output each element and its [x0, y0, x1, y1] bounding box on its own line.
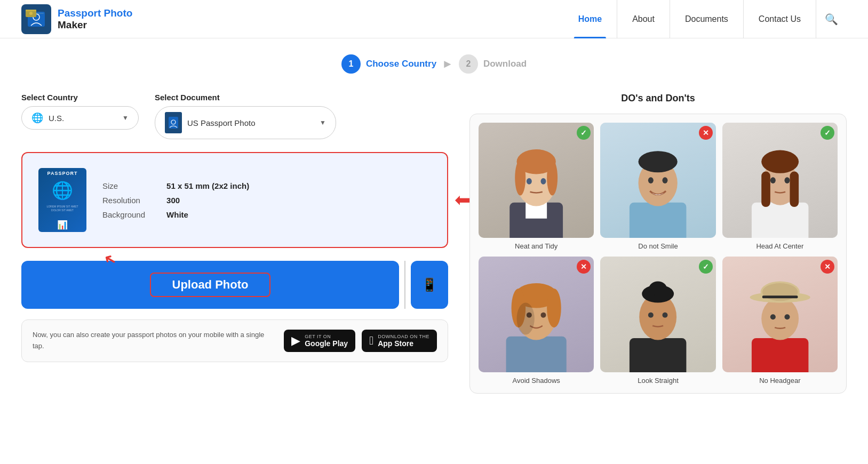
step-1: 1 Choose Country	[341, 54, 436, 74]
app-store-name: App Store	[378, 339, 429, 348]
country-select-group: Select Country 🌐 U.S. ▼	[21, 93, 139, 139]
svg-rect-22	[752, 203, 809, 238]
size-value: 51 x 51 mm (2x2 inch)	[166, 181, 249, 190]
country-dropdown[interactable]: 🌐 U.S. ▼	[21, 106, 139, 130]
passport-bottom-icon: 📊	[57, 220, 68, 230]
country-label: Select Country	[21, 93, 139, 102]
step2-circle: 2	[459, 54, 478, 74]
dos-donts-title: DO's and Don'ts	[469, 93, 847, 104]
svg-rect-6	[26, 10, 36, 11]
upload-area: ➜ Upload Photo 📱	[21, 261, 448, 309]
logo-icon	[21, 4, 51, 34]
logo-line1: Passport Photo	[58, 7, 132, 19]
svg-point-13	[515, 160, 525, 196]
logo-line2: Maker	[58, 19, 132, 31]
background-label: Background	[102, 210, 145, 219]
document-label: Select Document	[155, 93, 336, 102]
right-panel: DO's and Don'ts	[469, 93, 847, 394]
svg-point-42	[663, 313, 668, 318]
app-store-badge[interactable]:  Download on the App Store	[362, 330, 437, 352]
step1-label: Choose Country	[366, 59, 436, 69]
svg-rect-17	[630, 203, 687, 238]
photo-card-headgear: ✕ No Headgear	[722, 257, 838, 384]
photo-card-straight: ✓ Look Straight	[600, 257, 715, 384]
badge-no-smile: ✕	[699, 126, 713, 140]
step-2: 2 Download	[459, 54, 527, 74]
google-play-info: GET IT ON Google Play	[305, 334, 348, 348]
nav-contact[interactable]: Contact Us	[744, 0, 816, 38]
svg-point-40	[649, 282, 667, 296]
photo-label-smile: Do not Smile	[638, 242, 678, 250]
search-icon[interactable]: 🔍	[816, 13, 847, 26]
svg-rect-48	[762, 296, 798, 299]
size-label: Size	[102, 181, 145, 190]
photo-frame-smile: ✕	[600, 123, 715, 238]
svg-point-16	[540, 178, 546, 185]
store-badges: ▶ GET IT ON Google Play  Download on th…	[284, 330, 437, 352]
nav-home[interactable]: Home	[563, 0, 617, 38]
google-play-badge[interactable]: ▶ GET IT ON Google Play	[284, 330, 355, 352]
svg-point-15	[527, 178, 532, 185]
document-dropdown[interactable]: US Passport Photo ▼	[155, 106, 336, 139]
nav-documents[interactable]: Documents	[670, 0, 744, 38]
bottom-section: Now, you can also create your passport p…	[21, 319, 448, 362]
mobile-promo-text: Now, you can also create your passport p…	[33, 330, 273, 352]
upload-photo-button[interactable]: Upload Photo	[21, 261, 399, 309]
svg-point-33	[547, 289, 561, 327]
logo-text: Passport Photo Maker	[58, 7, 132, 31]
google-play-name: Google Play	[305, 339, 348, 348]
app-store-info: Download on the App Store	[378, 334, 429, 348]
chevron-down-icon: ▼	[122, 114, 129, 122]
svg-point-49	[770, 314, 776, 319]
resolution-label: Resolution	[102, 196, 145, 205]
info-box-arrow: ⬅	[455, 190, 471, 210]
photo-label-straight: Look Straight	[638, 377, 679, 385]
passport-lines: LOREM IPSUM SIT AMETDOLOR SIT AMET	[46, 205, 78, 212]
svg-point-5	[29, 12, 33, 15]
upload-separator	[404, 261, 405, 309]
upload-btn-label: Upload Photo	[150, 273, 271, 297]
background-value: White	[166, 210, 249, 219]
photo-card-neat-tidy: ✓ Neat and Tidy	[479, 123, 594, 250]
nav-about[interactable]: About	[617, 0, 670, 38]
photo-frame-straight: ✓	[600, 257, 715, 372]
svg-point-28	[784, 177, 790, 183]
svg-point-21	[663, 177, 668, 183]
svg-point-50	[784, 314, 790, 319]
photo-frame-center: ✓	[722, 123, 838, 238]
photo-label-headgear: No Headgear	[759, 377, 800, 385]
svg-rect-37	[630, 338, 687, 372]
step2-label: Download	[483, 59, 527, 69]
chevron-down-icon2: ▼	[320, 119, 326, 126]
resolution-value: 300	[166, 196, 249, 205]
photo-card-center: ✓ Head At Center	[722, 123, 838, 250]
apple-icon: 	[369, 334, 373, 348]
passport-image: PASSPORT 🌐 LOREM IPSUM SIT AMETDOLOR SIT…	[38, 168, 86, 232]
logo: Passport Photo Maker	[21, 4, 132, 34]
mobile-upload-button[interactable]: 📱	[411, 261, 448, 309]
google-play-get: GET IT ON	[305, 334, 348, 339]
left-panel: Select Country 🌐 U.S. ▼ Select Document	[21, 93, 448, 394]
main-nav: Home About Documents Contact Us 🔍	[563, 0, 847, 38]
dos-donts-row-1: ✓ Neat and Tidy	[479, 123, 838, 250]
document-icon	[165, 112, 182, 133]
step1-circle: 1	[341, 54, 361, 74]
dos-donts-row-2: ✕ Avoid Shadows	[479, 257, 838, 384]
svg-point-24	[761, 150, 799, 173]
svg-point-19	[639, 151, 678, 172]
photo-card-shadow: ✕ Avoid Shadows	[479, 257, 594, 384]
select-row: Select Country 🌐 U.S. ▼ Select Document	[21, 93, 448, 139]
svg-point-36	[517, 303, 535, 335]
badge-ok-center: ✓	[821, 126, 834, 140]
photo-label-center: Head At Center	[756, 242, 803, 250]
globe-icon: 🌐	[31, 112, 43, 124]
svg-point-14	[547, 160, 558, 196]
upload-row: Upload Photo 📱	[21, 261, 448, 309]
svg-point-35	[540, 313, 546, 318]
passport-globe-icon: 🌐	[52, 180, 73, 201]
dos-donts-grid: ✓ Neat and Tidy	[469, 114, 847, 394]
step-arrow: ►	[442, 57, 453, 71]
svg-rect-29	[506, 337, 567, 372]
stepper: 1 Choose Country ► 2 Download	[21, 54, 847, 74]
google-play-icon: ▶	[291, 334, 300, 348]
